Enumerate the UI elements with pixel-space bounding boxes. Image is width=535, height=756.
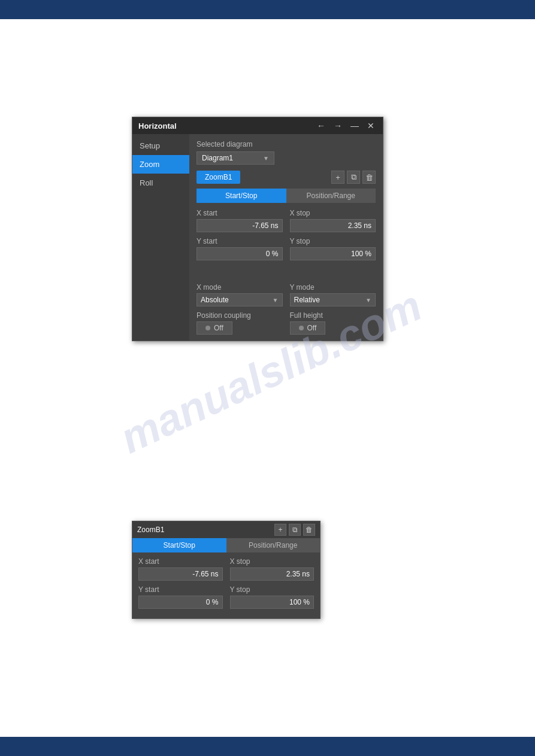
xstop-field: X stop 2.35 ns: [290, 209, 376, 232]
xmode-field: X mode Absolute ▼: [197, 283, 283, 306]
zoom-panel-titlebar: ZoomB1 + ⧉ 🗑: [132, 521, 320, 538]
zoom-tab[interactable]: ZoomB1: [197, 171, 240, 184]
zoom-panel-delete-btn[interactable]: 🗑: [303, 524, 315, 536]
ymode-value: Relative: [294, 296, 320, 304]
xmode-label: X mode: [197, 283, 283, 292]
diagram-select-arrow: ▼: [263, 155, 269, 162]
titlebar-back-btn[interactable]: ←: [315, 121, 328, 130]
zoom-panel-btns: + ⧉ 🗑: [274, 524, 315, 536]
zoom-panel-ystart-label: Y start: [138, 585, 223, 594]
zoom-panel-xstop-label: X stop: [230, 557, 315, 566]
xmode-arrow: ▼: [273, 297, 279, 303]
xmode-select[interactable]: Absolute ▼: [197, 293, 283, 306]
xstart-label: X start: [197, 209, 283, 217]
dialog-titlebar: Horizontal ← → — ✕: [132, 117, 383, 134]
zoom-panel-ystart-ystop-row: Y start 0 % Y stop 100 %: [138, 585, 314, 609]
dialog-title: Horizontal: [138, 122, 177, 130]
zoom-panel-ystart-input[interactable]: 0 %: [138, 596, 223, 609]
zoom-panel-copy-btn[interactable]: ⧉: [289, 524, 301, 536]
ystop-label: Y stop: [290, 237, 376, 245]
dialog-content: Setup Zoom Roll Selected diagram Diagram…: [132, 134, 383, 341]
zoom-add-btn[interactable]: +: [331, 171, 344, 184]
titlebar-buttons: ← → — ✕: [315, 121, 377, 130]
ystart-label: Y start: [197, 237, 283, 245]
xmode-value: Absolute: [201, 296, 229, 304]
subtab-positionrange[interactable]: Position/Range: [286, 189, 376, 203]
position-coupling-toggle[interactable]: Off: [197, 321, 232, 335]
ymode-arrow: ▼: [365, 297, 371, 303]
sidebar-item-roll[interactable]: Roll: [132, 174, 189, 192]
full-height-value: Off: [307, 324, 317, 332]
position-coupling-indicator: [205, 326, 210, 330]
zoom-panel-ystart-field: Y start 0 %: [138, 585, 223, 609]
titlebar-minimize-btn[interactable]: —: [348, 121, 361, 130]
zoom-panel-xstop-field: X stop 2.35 ns: [230, 557, 315, 581]
zoom-panel-xstop-input[interactable]: 2.35 ns: [230, 567, 315, 581]
horizontal-dialog: Horizontal ← → — ✕ Setup Zoom Roll Selec…: [132, 117, 383, 341]
full-height-field: Full height Off: [290, 311, 376, 335]
zoom-panel-content: X start -7.65 ns X stop 2.35 ns Y start …: [132, 552, 320, 618]
ystart-ystop-row: Y start 0 % Y stop 100 %: [197, 237, 376, 260]
zoom-panel-subtab-bar: Start/Stop Position/Range: [132, 538, 320, 552]
zoom-panel: ZoomB1 + ⧉ 🗑 Start/Stop Position/Range X…: [132, 521, 321, 619]
sidebar-item-zoom[interactable]: Zoom: [132, 155, 189, 174]
titlebar-close-btn[interactable]: ✕: [365, 121, 377, 130]
zoom-panel-add-btn[interactable]: +: [274, 524, 286, 536]
ystart-input[interactable]: 0 %: [197, 247, 283, 260]
diagram-select[interactable]: Diagram1 ▼: [197, 151, 274, 165]
zoom-panel-xstart-input[interactable]: -7.65 ns: [138, 567, 223, 581]
zoom-panel-xstart-field: X start -7.65 ns: [138, 557, 223, 581]
ymode-field: Y mode Relative ▼: [290, 283, 376, 306]
top-bar: [0, 0, 535, 19]
zoom-panel-ystop-input[interactable]: 100 %: [230, 596, 315, 609]
zoom-panel-xstart-label: X start: [138, 557, 223, 566]
zoom-copy-btn[interactable]: ⧉: [347, 171, 360, 184]
position-coupling-value: Off: [214, 324, 223, 332]
ystop-input[interactable]: 100 %: [290, 247, 376, 260]
full-height-indicator: [299, 326, 304, 330]
subtab-startstop[interactable]: Start/Stop: [197, 189, 286, 203]
full-height-label: Full height: [290, 311, 376, 320]
subtab-bar: Start/Stop Position/Range: [197, 189, 376, 203]
bottom-bar: [0, 737, 535, 756]
diagram-value: Diagram1: [202, 154, 233, 162]
dialog-main: Selected diagram Diagram1 ▼ ZoomB1 + ⧉ 🗑…: [189, 134, 383, 341]
zoom-panel-subtab-startstop[interactable]: Start/Stop: [132, 538, 226, 552]
xstart-field: X start -7.65 ns: [197, 209, 283, 232]
zoom-tab-buttons: + ⧉ 🗑: [331, 171, 376, 184]
full-height-toggle[interactable]: Off: [290, 321, 326, 335]
ystop-field: Y stop 100 %: [290, 237, 376, 260]
ystart-field: Y start 0 %: [197, 237, 283, 260]
zoom-panel-ystop-field: Y stop 100 %: [230, 585, 315, 609]
zoom-panel-ystop-label: Y stop: [230, 585, 315, 594]
sidebar-item-setup[interactable]: Setup: [132, 136, 189, 155]
xstop-input[interactable]: 2.35 ns: [290, 219, 376, 232]
ymode-label: Y mode: [290, 283, 376, 292]
xstart-input[interactable]: -7.65 ns: [197, 219, 283, 232]
selected-diagram-label: Selected diagram: [197, 140, 376, 148]
position-coupling-field: Position coupling Off: [197, 311, 283, 335]
position-coupling-label: Position coupling: [197, 311, 283, 320]
mode-row: X mode Absolute ▼ Y mode Relative ▼: [197, 283, 376, 306]
diagram-select-row: Diagram1 ▼: [197, 151, 376, 165]
toggle-row: Position coupling Off Full height Off: [197, 311, 376, 335]
zoom-panel-title: ZoomB1: [137, 526, 164, 534]
titlebar-forward-btn[interactable]: →: [331, 121, 344, 130]
dialog-sidebar: Setup Zoom Roll: [132, 134, 189, 341]
zoom-panel-subtab-positionrange[interactable]: Position/Range: [226, 538, 321, 552]
zoom-tabbar: ZoomB1 + ⧉ 🗑: [197, 171, 376, 184]
xstop-label: X stop: [290, 209, 376, 217]
zoom-panel-xstart-xstop-row: X start -7.65 ns X stop 2.35 ns: [138, 557, 314, 581]
spacer: [197, 265, 376, 283]
ymode-select[interactable]: Relative ▼: [290, 293, 376, 306]
zoom-delete-btn[interactable]: 🗑: [362, 171, 376, 184]
xstart-xstop-row: X start -7.65 ns X stop 2.35 ns: [197, 209, 376, 232]
